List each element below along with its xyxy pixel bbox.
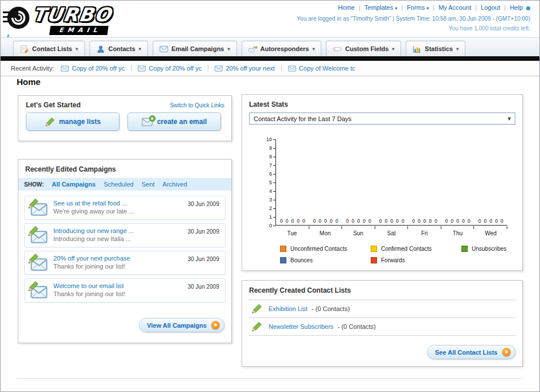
contact-list-link[interactable]: Exhibition List bbox=[269, 305, 308, 312]
filter-archived[interactable]: Archived bbox=[162, 181, 187, 188]
logo-text: TURBO bbox=[31, 3, 113, 26]
legend-label: Bounces bbox=[290, 257, 313, 263]
chart-bar-group: 00000 bbox=[408, 139, 441, 225]
chevron-down-icon bbox=[456, 46, 459, 52]
filter-sent[interactable]: Sent bbox=[142, 181, 155, 188]
chart-bar-group: 00000 bbox=[375, 139, 409, 225]
chart-value-labels: 00000 bbox=[276, 218, 309, 224]
chart-value-labels: 00000 bbox=[309, 218, 343, 224]
legend-label: Unsubscribes bbox=[472, 246, 507, 252]
campaign-title-link[interactable]: Introducing our new range ... bbox=[53, 227, 177, 234]
campaigns-panel: Recently Edited Campaigns SHOW: All Camp… bbox=[18, 159, 232, 343]
campaigns-title: Recently Edited Campaigns bbox=[18, 160, 231, 178]
campaign-title-link[interactable]: 20% off your next purchase bbox=[53, 255, 177, 262]
manage-lists-button[interactable]: manage lists bbox=[26, 112, 119, 131]
filter-all-campaigns[interactable]: All Campaigns bbox=[52, 181, 95, 188]
create-email-button[interactable]: create an email bbox=[127, 112, 221, 131]
chart-x-tick-label: Sun bbox=[341, 230, 375, 236]
top-link-my-account[interactable]: My Account bbox=[429, 4, 471, 11]
campaign-title-link[interactable]: See us at the retail food ... bbox=[53, 200, 177, 207]
autoresponders-icon bbox=[248, 45, 257, 53]
chart-legend: Unconfirmed Contacts Confirmed Contacts … bbox=[280, 246, 522, 263]
legend-label: Confirmed Contacts bbox=[381, 246, 432, 252]
legend-label: Unconfirmed Contacts bbox=[290, 246, 347, 252]
chart-value-labels: 00000 bbox=[474, 218, 507, 224]
campaign-date: 30 Jun 2009 bbox=[188, 201, 219, 207]
statistics-icon bbox=[413, 45, 421, 53]
chart-y-tick-label: 9 bbox=[265, 145, 275, 151]
see-all-contact-lists-button[interactable]: See All Contact Lists bbox=[427, 345, 515, 359]
tab-contact-lists[interactable]: Contact Lists bbox=[13, 41, 85, 56]
stats-period-value: Contact Activity for the Last 7 Days bbox=[254, 115, 352, 122]
chart-bar-group: 00000 bbox=[441, 139, 475, 225]
recent-activity-item[interactable]: Copy of 20% off yc bbox=[61, 65, 131, 72]
chart-y-tick-label: 10 bbox=[265, 137, 275, 142]
chart-x-tick-label: Mon bbox=[309, 230, 342, 236]
chevron-down-icon bbox=[227, 46, 230, 52]
campaign-row: See us at the retail food ... We're givi… bbox=[24, 196, 226, 220]
contact-lists-title: Recently Created Contact Lists bbox=[242, 281, 522, 300]
tab-custom-fields[interactable]: Custom Fields bbox=[326, 41, 401, 56]
tab-label: Custom Fields bbox=[345, 45, 389, 52]
contact-lists-panel: Recently Created Contact Lists Exhibitio… bbox=[242, 280, 523, 367]
switch-quick-links-link[interactable]: Switch to Quick Links bbox=[170, 102, 224, 108]
tab-statistics[interactable]: Statistics bbox=[406, 41, 465, 56]
top-link-logout[interactable]: Logout bbox=[471, 4, 500, 11]
recent-activity-item-label: Copy of 20% off yc bbox=[149, 65, 201, 72]
contact-list-count: - (0 Contacts) bbox=[312, 305, 350, 312]
contact-list-link[interactable]: Newsletter Subscribers bbox=[269, 323, 333, 330]
tab-email-campaigns[interactable]: Email Campaigns bbox=[153, 41, 237, 56]
chevron-down-icon bbox=[76, 46, 78, 52]
chart-bar-group: 00000 bbox=[474, 139, 507, 225]
top-link-forms[interactable]: Forms bbox=[397, 4, 429, 11]
campaigns-list: See us at the retail food ... We're givi… bbox=[18, 191, 231, 302]
envelope-pencil-icon bbox=[29, 228, 49, 244]
manage-lists-label: manage lists bbox=[59, 118, 101, 126]
top-link-help[interactable]: Help bbox=[500, 4, 523, 11]
custom-fields-icon bbox=[333, 45, 341, 53]
pencil-icon bbox=[251, 304, 262, 314]
chart-x-tick-label: Tue bbox=[275, 230, 309, 236]
chart-y-tick-label: 6 bbox=[265, 171, 275, 177]
chart-x-tick-label: Thu bbox=[441, 230, 475, 236]
create-email-label: create an email bbox=[157, 118, 207, 126]
legend-item: Bounces bbox=[280, 257, 371, 263]
chart-value-labels: 00000 bbox=[342, 218, 375, 224]
envelope-icon bbox=[215, 65, 223, 72]
tab-autoresponders[interactable]: Autoresponders bbox=[242, 41, 322, 56]
recent-activity-item[interactable]: 20% off your next bbox=[208, 65, 281, 72]
chart-y-tick-label: 3 bbox=[265, 197, 275, 203]
recent-activity-item[interactable]: Copy of 20% off yc bbox=[131, 65, 208, 72]
chart-bar-group: 00000 bbox=[276, 139, 309, 225]
tab-label: Email Campaigns bbox=[172, 45, 224, 52]
arrow-right-icon bbox=[211, 321, 220, 329]
chart-y-tick-label: 4 bbox=[265, 188, 275, 194]
legend-swatch bbox=[371, 246, 377, 252]
latest-stats-title: Latest Stats bbox=[242, 95, 522, 112]
recent-activity-item[interactable]: Copy of Welcome tc bbox=[281, 65, 362, 72]
top-nav-links: HomeTemplatesFormsMy AccountLogoutHelp bbox=[297, 3, 530, 13]
campaign-row: Welcome to our email list Thanks for joi… bbox=[24, 278, 226, 302]
filter-scheduled[interactable]: Scheduled bbox=[104, 181, 134, 188]
top-link-home[interactable]: Home bbox=[338, 4, 355, 11]
view-all-campaigns-label: View All Campaigns bbox=[147, 322, 207, 329]
chart-y-tick-label: 5 bbox=[265, 180, 275, 185]
chart-y-tick-label: 7 bbox=[265, 162, 275, 168]
envelope-icon bbox=[61, 65, 69, 72]
login-info: You are logged in as "Timothy Smith" | S… bbox=[297, 14, 530, 23]
stats-period-select[interactable]: Contact Activity for the Last 7 Days bbox=[249, 112, 515, 125]
page-title: Home bbox=[17, 77, 41, 87]
envelope-icon bbox=[138, 65, 146, 72]
contact-activity-chart: 109876543210 000000000000000000000000000… bbox=[262, 139, 522, 226]
top-link-templates[interactable]: Templates bbox=[355, 4, 397, 11]
chevron-down-icon bbox=[312, 46, 314, 52]
view-all-campaigns-button[interactable]: View All Campaigns bbox=[139, 318, 224, 332]
header-right: HomeTemplatesFormsMy AccountLogoutHelp Y… bbox=[297, 3, 530, 33]
see-all-contact-lists-label: See All Contact Lists bbox=[435, 349, 498, 356]
campaign-subtitle: Introducing our new Italia ... bbox=[53, 235, 177, 242]
blue-dot-icon bbox=[526, 6, 530, 10]
campaign-title-link[interactable]: Welcome to our email list bbox=[53, 282, 177, 289]
tab-contacts[interactable]: Contacts bbox=[90, 41, 148, 56]
envelope-pencil-icon bbox=[29, 284, 49, 299]
envelope-pencil-icon bbox=[29, 201, 49, 216]
